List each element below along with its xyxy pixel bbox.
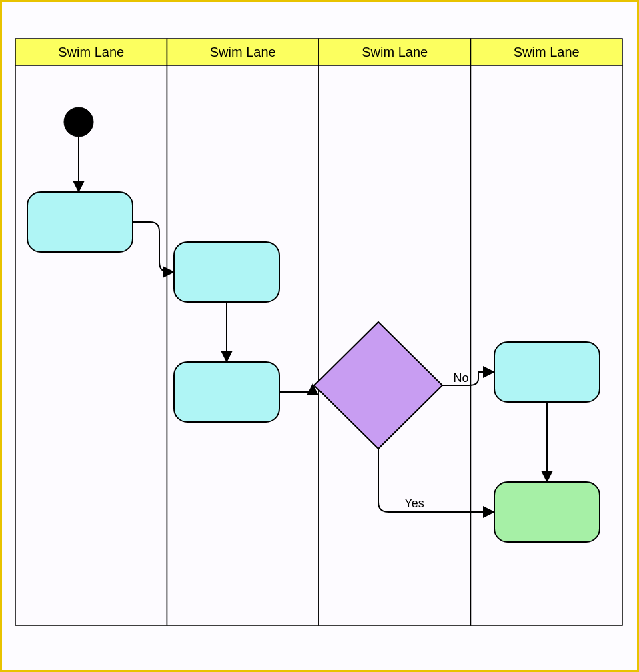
process-node-3[interactable]	[174, 362, 279, 422]
edge-label-no: No	[453, 371, 468, 385]
diagram-frame: Swim Lane Swim Lane Swim Lane Swim Lane	[0, 0, 639, 672]
svg-rect-1	[15, 65, 167, 625]
swimlane-2-label: Swim Lane	[210, 45, 276, 59]
swimlane-4-label: Swim Lane	[514, 45, 580, 59]
swimlane-3: Swim Lane	[319, 39, 471, 625]
swimlane-2: Swim Lane	[167, 39, 320, 625]
edge-label-yes: Yes	[404, 497, 424, 510]
swimlane-1-label: Swim Lane	[58, 45, 124, 59]
process-node-5[interactable]	[494, 482, 600, 542]
swimlane-3-label: Swim Lane	[362, 45, 428, 59]
start-node[interactable]	[64, 107, 93, 137]
process-node-4[interactable]	[494, 342, 600, 402]
process-node-2[interactable]	[174, 242, 279, 302]
svg-rect-3	[167, 65, 320, 625]
swimlane-diagram: Swim Lane Swim Lane Swim Lane Swim Lane	[2, 2, 637, 670]
process-node-1[interactable]	[27, 192, 133, 252]
